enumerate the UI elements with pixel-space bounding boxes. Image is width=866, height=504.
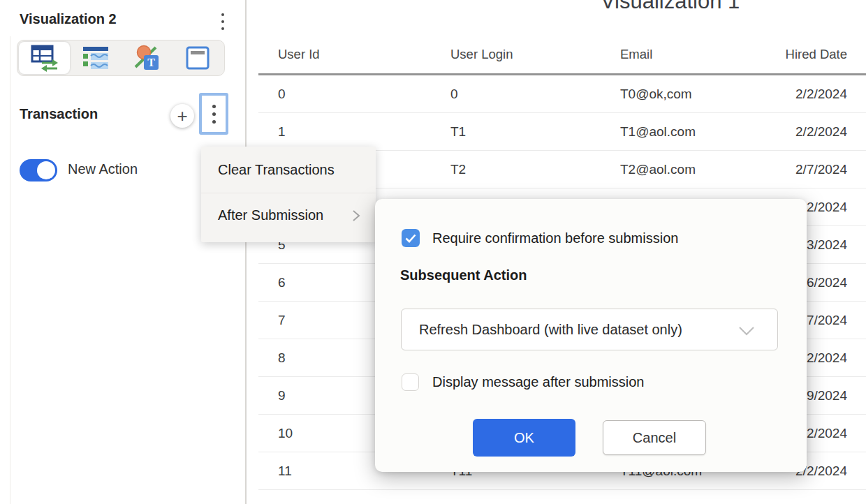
cell-user-id: 9 [278, 377, 286, 415]
subsequent-action-select[interactable]: Refresh Dashboard (with live dataset onl… [401, 309, 778, 350]
viz-type-canvas-button[interactable] [172, 42, 223, 74]
after-submission-dialog: Require confirmation before submission S… [375, 199, 807, 472]
toggle-knob [37, 161, 55, 179]
cell-hired-date: 2/2024 [807, 415, 847, 452]
add-action-button[interactable]: + [170, 104, 194, 128]
cell-email: T1@aol.com [620, 113, 696, 151]
require-confirmation-label: Require confirmation before submission [432, 229, 678, 247]
cell-user-id: 8 [278, 339, 286, 377]
sidebar-panel-title: Visualization 2 [20, 11, 117, 27]
list-visualization-icon [82, 45, 109, 71]
cell-hired-date: 2/2024 [807, 339, 847, 377]
column-header-email: Email [620, 42, 652, 67]
transaction-menu-button[interactable] [199, 93, 228, 135]
cell-email: T0@ok,com [620, 75, 692, 113]
require-confirmation-checkbox[interactable] [402, 229, 420, 247]
display-message-checkbox[interactable] [402, 373, 419, 391]
cell-hired-date: 3/2024 [807, 226, 847, 264]
cell-hired-date: 7/2024 [807, 302, 847, 339]
new-action-toggle[interactable] [20, 159, 57, 181]
viz-type-picker: T [17, 40, 225, 76]
cell-user-id: 1 [278, 113, 286, 151]
table-row: 1 T1 T1@aol.com 2/2/2024 [258, 113, 866, 151]
transaction-section-title: Transaction [20, 106, 98, 122]
visualization-title: Visualization 1 [601, 0, 740, 14]
chevron-down-icon [738, 326, 755, 336]
column-header-hired-date: Hired Date [786, 42, 847, 67]
submenu-chevron-icon [352, 209, 360, 222]
text-visualization-icon: T [133, 45, 160, 71]
display-message-label: Display message after submission [432, 373, 644, 391]
cell-user-id: 0 [278, 75, 286, 113]
kebab-icon [202, 96, 226, 132]
ok-button[interactable]: OK [473, 419, 575, 457]
app-screen: Visualization 1 User Id User Login Email… [0, 0, 866, 504]
viz-type-table-transaction-button[interactable] [19, 42, 70, 74]
column-header-user-login: User Login [450, 42, 513, 67]
cell-user-id: 11 [278, 452, 292, 490]
transaction-context-menu: Clear Transactions After Submission [201, 147, 376, 242]
table-row: 0 0 T0@ok,com 2/2/2024 [258, 75, 866, 113]
sidebar-inner-divider [10, 36, 10, 504]
canvas-visualization-icon [185, 45, 210, 71]
cell-hired-date: 2/2024 [807, 188, 847, 226]
table-transaction-icon [31, 44, 59, 72]
cell-hired-date: 9/2024 [807, 377, 847, 415]
cancel-button[interactable]: Cancel [603, 420, 706, 455]
menu-item-after-submission[interactable]: After Submission [218, 198, 365, 232]
cell-hired-date: 6/2024 [807, 264, 847, 302]
cell-user-login: T2 [450, 151, 466, 188]
properties-sidebar: Visualization 2 [0, 0, 247, 504]
cell-user-id: 7 [278, 302, 286, 339]
column-header-user-id: User Id [278, 42, 320, 67]
menu-divider [201, 193, 376, 193]
menu-item-clear-transactions[interactable]: Clear Transactions [218, 152, 365, 187]
visualization-options-kebab-icon[interactable] [214, 11, 232, 32]
cell-user-id: 6 [278, 264, 286, 302]
cell-hired-date: 2/2/2024 [795, 75, 847, 113]
subsequent-action-select-value: Refresh Dashboard (with live dataset onl… [419, 309, 682, 350]
cell-user-id: 10 [278, 415, 293, 452]
new-action-toggle-label: New Action [68, 161, 138, 177]
cell-hired-date: 2/2/2024 [795, 113, 847, 151]
cell-user-login: 0 [450, 75, 458, 113]
cell-hired-date: 2/7/2024 [795, 151, 847, 188]
cell-user-login: T1 [450, 113, 466, 151]
viz-type-list-button[interactable] [70, 42, 121, 74]
cell-email: T2@aol.com [620, 151, 696, 188]
subsequent-action-label: Subsequent Action [400, 267, 527, 283]
svg-text:T: T [147, 57, 155, 68]
checkmark-icon [405, 234, 416, 243]
viz-type-text-button[interactable]: T [121, 42, 172, 74]
